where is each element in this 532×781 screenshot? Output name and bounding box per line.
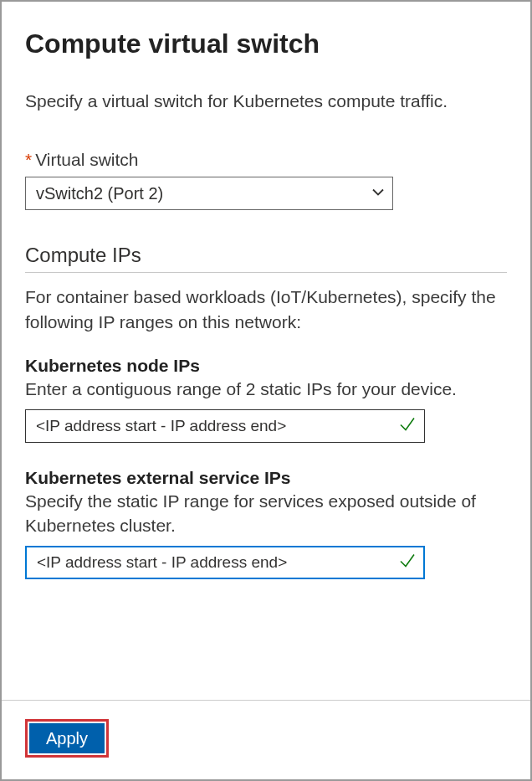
- page-description: Specify a virtual switch for Kubernetes …: [25, 90, 507, 113]
- node-ips-input[interactable]: [25, 409, 425, 443]
- node-ips-input-wrap: [25, 409, 425, 443]
- node-ips-heading: Kubernetes node IPs: [25, 356, 507, 376]
- service-ips-description: Specify the static IP range for services…: [25, 490, 507, 537]
- node-ips-description: Enter a contiguous range of 2 static IPs…: [25, 378, 507, 401]
- virtual-switch-select[interactable]: vSwitch2 (Port 2): [25, 177, 393, 210]
- service-ips-input[interactable]: [25, 546, 425, 579]
- virtual-switch-label: Virtual switch: [35, 150, 138, 169]
- footer: Apply: [2, 700, 530, 779]
- virtual-switch-select-wrap[interactable]: vSwitch2 (Port 2): [25, 177, 393, 210]
- compute-ips-description: For container based workloads (IoT/Kuber…: [25, 285, 507, 334]
- virtual-switch-label-row: *Virtual switch: [25, 150, 507, 170]
- required-asterisk: *: [25, 150, 32, 169]
- compute-ips-heading: Compute IPs: [25, 244, 507, 273]
- apply-button[interactable]: Apply: [29, 723, 105, 753]
- page-title: Compute virtual switch: [25, 28, 507, 59]
- service-ips-heading: Kubernetes external service IPs: [25, 468, 507, 488]
- service-ips-input-wrap: [25, 546, 425, 579]
- apply-button-highlight: Apply: [25, 719, 109, 758]
